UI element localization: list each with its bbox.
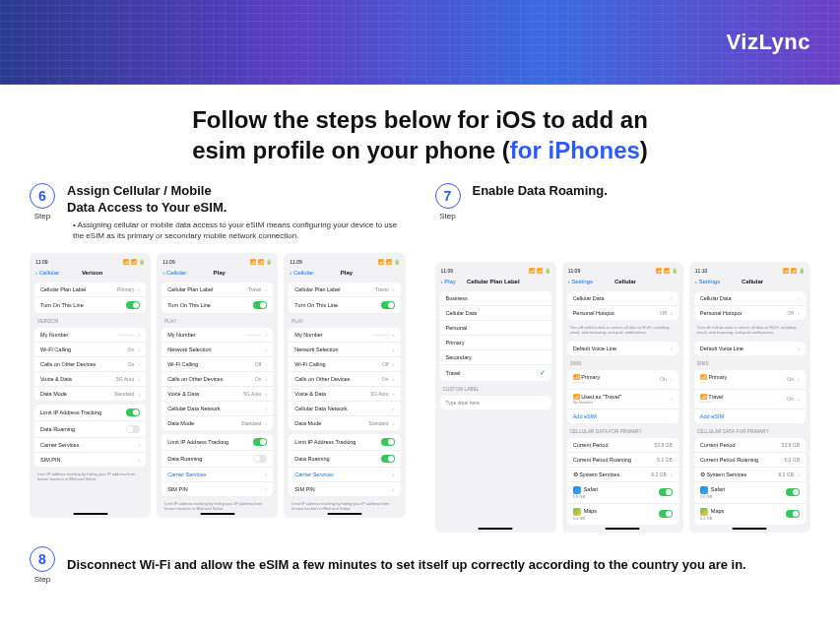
step7-shot2: 11:09📶📶🔋 ‹ SettingsCellular Cellular Dat… [562, 262, 683, 533]
title-line1: Follow the steps below for iOS to add an [0, 104, 840, 135]
wifi-icon: 📶 [131, 259, 137, 265]
step8-badge: 8 [30, 546, 55, 572]
step6-desc: Assigning cellular or mobile data access… [67, 220, 406, 241]
steps-row: 6 Step Assign Cellular / Mobile Data Acc… [0, 183, 840, 533]
page-title: Follow the steps below for iOS to add an… [0, 104, 840, 165]
toggle-on[interactable] [126, 301, 140, 309]
maps-icon [573, 508, 581, 516]
step6: 6 Step Assign Cellular / Mobile Data Acc… [30, 183, 406, 533]
step7-shots: 11:09📶📶🔋 ‹ PlayCellular Plan Label Busin… [435, 262, 811, 533]
back-button[interactable]: ‹ Cellular [35, 270, 59, 276]
signal-icon: 📶 [123, 259, 129, 265]
step7: 7 Step Enable Data Roaming. 11:09📶📶🔋 ‹ P… [435, 183, 811, 533]
step7-title: Enable Data Roaming. [473, 183, 608, 200]
step7-shot1: 11:09📶📶🔋 ‹ PlayCellular Plan Label Busin… [435, 262, 556, 533]
step6-shot3: 11:09📶📶🔋 ‹ CellularPlay Cellular Plan La… [284, 253, 405, 518]
step8: 8 Step Disconnect Wi-Fi and allow the eS… [0, 533, 840, 584]
step8-title: Disconnect Wi-Fi and allow the eSIM a fe… [67, 557, 746, 574]
battery-icon: 🔋 [139, 259, 145, 265]
step7-shot3: 11:10📶📶🔋 ‹ SettingsCellular Cellular Dat… [689, 262, 810, 533]
step6-shots: 11:09📶📶🔋 ‹ CellularVerizon Cellular Plan… [30, 253, 406, 518]
step6-shot1: 11:09📶📶🔋 ‹ CellularVerizon Cellular Plan… [30, 253, 151, 518]
title-line2: esim profile on your phone (for iPhones) [0, 135, 840, 165]
step7-badge: 7 [435, 183, 461, 209]
brand-logo: VizLync [727, 30, 810, 55]
step6-title: Assign Cellular / Mobile Data Access to … [67, 183, 406, 217]
step6-shot2: 11:09📶📶🔋 ‹ CellularPlay Cellular Plan La… [157, 253, 278, 518]
step6-badge: 6 [30, 183, 55, 209]
safari-icon [573, 486, 581, 494]
home-indicator [73, 513, 107, 515]
step-label: Step [34, 212, 50, 220]
hero-banner: VizLync [0, 0, 840, 85]
check-icon: ✓ [540, 369, 546, 377]
